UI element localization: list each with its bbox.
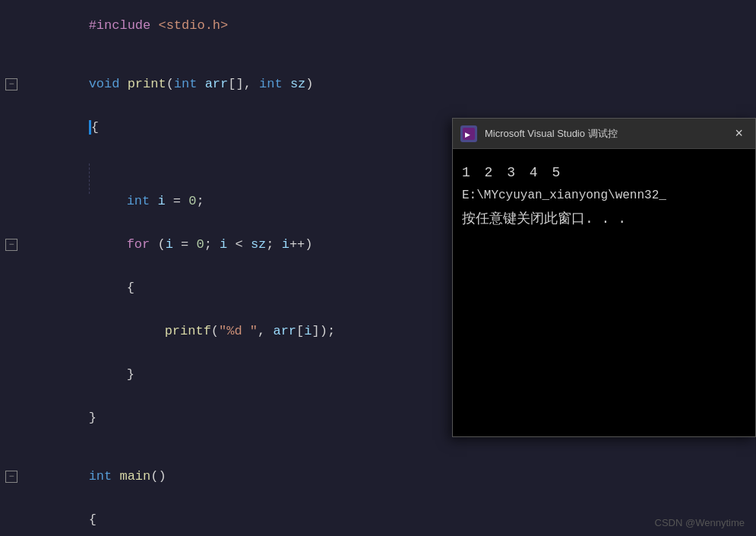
line-gutter-12: − [0,471,23,483]
var-arr: arr [205,77,229,91]
console-output-path: E:\MYcyuyan_xianyong\wenn32_ [462,185,746,207]
console-close-button[interactable]: × [730,125,748,142]
preproc-include: #include [89,18,159,33]
watermark: CSDN @Wennytime [655,517,745,528]
num-0-for: 0 [196,237,204,252]
include-file: <stdio.h> [158,18,228,33]
line-content-1: #include <stdio.h> [23,4,756,47]
var-arr-i: arr [273,324,296,338]
collapse-btn-12[interactable]: − [5,471,17,483]
code-line-3: − void print(int arr[], int sz) [0,62,756,106]
paren-close: ) [305,77,313,91]
arr-bracket: [ [296,324,304,338]
console-window: ▶ Microsoft Visual Studio 调试控 × 1 2 3 4 … [452,118,756,437]
collapse-btn-6[interactable]: − [5,239,17,251]
code-line-12: − int main() [0,455,756,498]
brace-open-1: { [89,120,99,135]
console-titlebar: ▶ Microsoft Visual Studio 调试控 × [453,119,755,149]
code-line-13: { [0,498,756,536]
var-sz-for: sz [251,237,266,252]
indent-guide-5 [89,163,92,194]
console-output-press: 按任意键关闭此窗口. . . [462,207,746,231]
brace-inner-close: } [127,367,134,382]
brace-inner-open: { [127,281,134,295]
line-gutter-6: − [0,239,23,251]
code-editor: #include <stdio.h> − void print(int arr[… [0,0,756,536]
num-0: 0 [188,194,196,208]
for-assign: = [173,237,197,252]
line-gutter-3: − [0,78,23,90]
semi-1: ; [196,194,204,208]
code-line-blank-1 [0,47,756,62]
svg-text:▶: ▶ [465,131,470,138]
printf-comma: , [258,324,273,338]
for-semi2: ; [266,237,281,252]
line-content-3: void print(int arr[], int sz) [23,62,756,106]
var-i-inc: i [282,237,289,252]
brackets: [], [228,77,259,91]
console-output-numbers: 1 2 3 4 5 [462,160,746,185]
for-semi1: ; [204,237,220,252]
fn-printf: printf [165,324,211,338]
var-i-idx: i [304,324,312,338]
printf-open: ( [211,324,219,338]
str-format: "%d " [219,324,258,338]
var-i-for: i [166,237,173,252]
for-inc: ++) [289,237,313,252]
line-content-13: { [23,498,756,536]
main-brace-open: { [89,512,96,527]
var-sz-param: sz [290,77,305,91]
console-app-icon: ▶ [460,125,477,142]
kw-for: for [127,237,158,252]
kw-int-main: int [89,469,120,484]
main-parens: () [150,469,166,484]
for-lt: < [227,237,251,252]
kw-int-2: int [259,77,290,91]
brace-outer-close: } [89,411,96,425]
fn-print: print [128,77,166,91]
fn-main: main [119,469,150,484]
kw-int-i: int [127,194,158,208]
arr-bracket-close: ]); [312,324,335,338]
assign-i: = [166,194,189,208]
line-content-12: int main() [23,455,756,498]
for-paren-open: ( [157,237,165,252]
vs-icon-svg: ▶ [463,128,475,140]
kw-void: void [89,77,128,91]
code-line-blank-2 [0,439,756,455]
console-title: Microsoft Visual Studio 调试控 [485,127,723,141]
var-i-cond: i [220,237,227,252]
paren-open: ( [166,77,174,91]
console-content-area: 1 2 3 4 5 E:\MYcyuyan_xianyong\wenn32_ 按… [453,149,755,436]
var-i: i [157,194,165,208]
collapse-btn-3[interactable]: − [5,78,17,90]
indent-space-5 [89,194,127,208]
kw-int-1: int [174,77,205,91]
code-line-1: #include <stdio.h> [0,4,756,47]
